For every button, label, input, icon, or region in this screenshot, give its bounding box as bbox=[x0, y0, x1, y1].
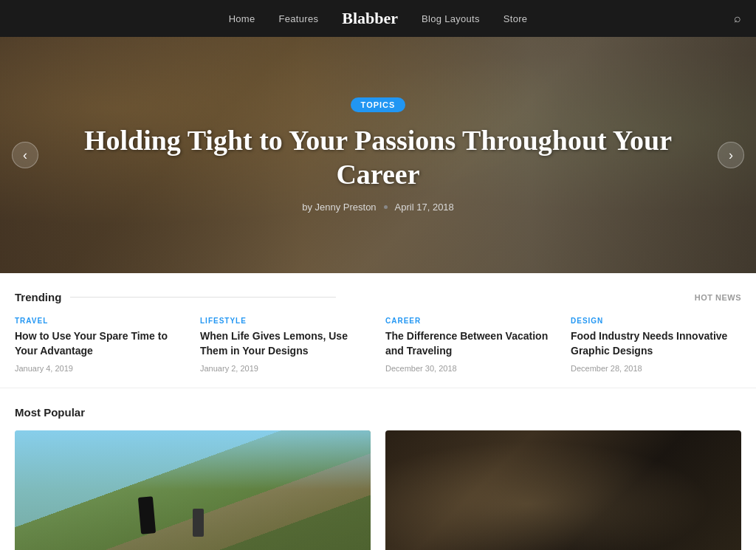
runner-figure-2 bbox=[193, 509, 204, 537]
trending-date: January 4, 2019 bbox=[15, 364, 185, 373]
trending-date: January 2, 2019 bbox=[200, 364, 371, 373]
nav-links: Home Features Blabber Blog Layouts Store bbox=[229, 9, 528, 28]
hero-section: ‹ TOPICS Holding Tight to Your Passions … bbox=[0, 37, 756, 273]
popular-card[interactable]: FITNESS bbox=[15, 430, 371, 550]
hero-next-button[interactable]: › bbox=[718, 142, 744, 168]
hero-author: by Jenny Preston bbox=[302, 202, 376, 213]
trending-header: Trending HOT NEWS bbox=[15, 291, 741, 303]
trending-grid: TRAVEL How to Use Your Spare Time to You… bbox=[15, 317, 741, 373]
list-item[interactable]: CAREER The Difference Between Vacation a… bbox=[385, 317, 556, 373]
trending-item-title: The Difference Between Vacation and Trav… bbox=[385, 329, 556, 358]
popular-card[interactable]: CRAFT bbox=[385, 430, 741, 550]
nav-brand[interactable]: Blabber bbox=[342, 9, 398, 27]
popular-section: Most Popular FITNESS CRAFT bbox=[0, 388, 756, 550]
hero-content: TOPICS Holding Tight to Your Passions Th… bbox=[0, 97, 756, 213]
trending-item-title: Food Industry Needs Innovative Graphic D… bbox=[571, 329, 741, 358]
trending-category: CAREER bbox=[385, 317, 556, 325]
search-icon[interactable]: ⌕ bbox=[734, 12, 741, 25]
hero-date: April 17, 2018 bbox=[395, 202, 454, 213]
runner-figure-1 bbox=[138, 496, 156, 534]
trending-date: December 30, 2018 bbox=[385, 364, 556, 373]
nav-features[interactable]: Features bbox=[279, 13, 319, 24]
hero-prev-button[interactable]: ‹ bbox=[12, 142, 38, 168]
trending-title: Trending bbox=[15, 291, 336, 303]
trending-category: LIFESTYLE bbox=[200, 317, 371, 325]
trending-date: December 28, 2018 bbox=[571, 364, 741, 373]
trending-section: Trending HOT NEWS TRAVEL How to Use Your… bbox=[0, 273, 756, 388]
list-item[interactable]: DESIGN Food Industry Needs Innovative Gr… bbox=[571, 317, 741, 373]
trending-item-title: When Life Gives Lemons, Use Them in Your… bbox=[200, 329, 371, 358]
list-item[interactable]: LIFESTYLE When Life Gives Lemons, Use Th… bbox=[200, 317, 371, 373]
hero-meta-divider bbox=[384, 205, 388, 209]
hot-news-label: HOT NEWS bbox=[695, 293, 741, 302]
popular-section-title: Most Popular bbox=[15, 406, 741, 419]
hero-meta: by Jenny Preston April 17, 2018 bbox=[74, 202, 682, 213]
nav-home[interactable]: Home bbox=[229, 13, 255, 24]
nav-blog-layouts[interactable]: Blog Layouts bbox=[422, 13, 480, 24]
list-item[interactable]: TRAVEL How to Use Your Spare Time to You… bbox=[15, 317, 185, 373]
navigation: Home Features Blabber Blog Layouts Store… bbox=[0, 0, 756, 37]
hero-tag[interactable]: TOPICS bbox=[351, 97, 406, 112]
trending-item-title: How to Use Your Spare Time to Your Advan… bbox=[15, 329, 185, 358]
hero-title: Holding Tight to Your Passions Throughou… bbox=[74, 124, 682, 191]
nav-store[interactable]: Store bbox=[504, 13, 528, 24]
trending-category: TRAVEL bbox=[15, 317, 185, 325]
popular-grid: FITNESS CRAFT bbox=[15, 430, 741, 550]
trending-category: DESIGN bbox=[571, 317, 741, 325]
